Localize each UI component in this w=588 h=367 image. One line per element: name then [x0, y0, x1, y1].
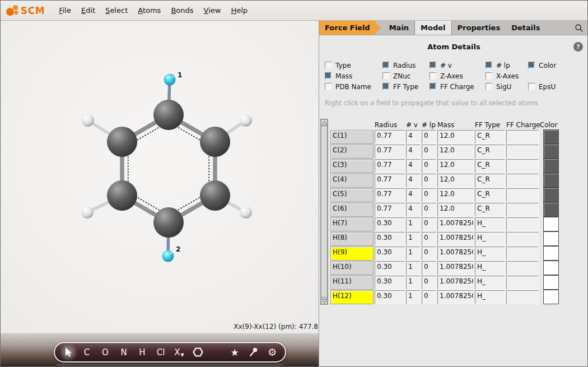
tab-force-field[interactable]: Force Field: [319, 21, 381, 35]
ff-charge-field[interactable]: [506, 145, 539, 159]
atom-name-cell[interactable]: H(7): [330, 217, 374, 231]
atom-H(9)[interactable]: [164, 74, 176, 86]
valence-field[interactable]: 1: [406, 217, 421, 231]
ff-type-field[interactable]: H_: [475, 261, 505, 275]
atom-name-cell[interactable]: H(9): [330, 247, 374, 261]
mass-field[interactable]: 1.00782503: [437, 261, 474, 275]
lone-pair-field[interactable]: 0: [422, 174, 436, 188]
element-cl-button[interactable]: Cl: [156, 344, 166, 361]
atom-name-cell[interactable]: H(8): [330, 232, 374, 246]
lone-pair-field[interactable]: 0: [422, 188, 436, 202]
ff-charge-field[interactable]: [506, 203, 539, 217]
radius-field[interactable]: 0.77: [375, 130, 405, 144]
atom-C(1)[interactable]: [153, 100, 184, 130]
checkbox-x-axes[interactable]: X-Axes: [486, 72, 528, 80]
element-o-button[interactable]: O: [100, 344, 110, 361]
checkbox-ff-type[interactable]: FF Type: [382, 83, 430, 91]
color-swatch[interactable]: [543, 246, 559, 261]
mass-field[interactable]: 12.0: [437, 159, 474, 173]
atom-C(4)[interactable]: [153, 207, 184, 238]
measure-tool-button[interactable]: [248, 344, 259, 361]
valence-field[interactable]: 4: [406, 145, 421, 159]
scroll-up-arrow[interactable]: [321, 119, 328, 127]
molecule-viewport[interactable]: 12 Xx(9)-Xx(12) (pm): 477.8: [1, 21, 319, 333]
ff-charge-field[interactable]: [506, 232, 539, 246]
radius-field[interactable]: 0.77: [375, 159, 405, 173]
radius-field[interactable]: 0.77: [375, 174, 405, 188]
atom-name-cell[interactable]: C(1): [330, 130, 374, 144]
atom-name-cell[interactable]: C(2): [330, 145, 374, 159]
search-button[interactable]: [570, 21, 588, 35]
radius-field[interactable]: 0.77: [375, 188, 405, 202]
help-button[interactable]: ?: [573, 42, 583, 52]
tab-details[interactable]: Details: [506, 21, 545, 35]
atom-H(11)[interactable]: [240, 206, 252, 219]
molecule-canvas[interactable]: 12: [1, 21, 319, 333]
pointer-tool-button[interactable]: [63, 344, 73, 361]
atom-H(7)[interactable]: [82, 114, 94, 127]
menu-item-file[interactable]: File: [54, 4, 76, 17]
valence-field[interactable]: 4: [406, 203, 421, 217]
ff-type-field[interactable]: H_: [475, 217, 505, 231]
checkbox-ff-charge[interactable]: FF Charge: [430, 83, 486, 91]
element-n-button[interactable]: N: [119, 344, 129, 361]
color-swatch[interactable]: [543, 188, 559, 202]
element-picker-button[interactable]: X▼: [174, 344, 184, 361]
ff-charge-field[interactable]: [506, 174, 539, 188]
atom-name-cell[interactable]: H(12): [330, 290, 374, 304]
color-swatch[interactable]: [543, 173, 559, 188]
ff-charge-field[interactable]: [506, 130, 539, 144]
mass-field[interactable]: 12.0: [437, 174, 474, 188]
color-swatch[interactable]: [543, 231, 559, 246]
color-swatch[interactable]: [543, 144, 559, 159]
element-c-button[interactable]: C: [82, 344, 92, 361]
ff-charge-field[interactable]: [506, 159, 539, 173]
ff-type-field[interactable]: C_R: [475, 159, 505, 173]
checkbox-mass[interactable]: Mass: [325, 72, 382, 80]
menu-item-atoms[interactable]: Atoms: [133, 4, 166, 17]
valence-field[interactable]: 4: [406, 130, 421, 144]
lone-pair-field[interactable]: 0: [422, 203, 436, 217]
valence-field[interactable]: 4: [406, 159, 421, 173]
mass-field[interactable]: 12.0: [437, 130, 474, 144]
color-swatch[interactable]: [543, 159, 559, 173]
valence-field[interactable]: 1: [406, 276, 421, 290]
ring-tool-button[interactable]: [193, 344, 203, 361]
mass-field[interactable]: 12.0: [437, 145, 474, 159]
color-swatch[interactable]: [543, 202, 559, 217]
color-swatch[interactable]: [543, 129, 559, 144]
checkbox-z-axes[interactable]: Z-Axes: [430, 72, 486, 80]
menu-item-help[interactable]: Help: [226, 4, 253, 17]
valence-field[interactable]: 1: [406, 261, 421, 275]
color-swatch[interactable]: [543, 217, 559, 231]
scroll-thumb[interactable]: [321, 127, 328, 297]
checkbox-color[interactable]: Color: [528, 62, 578, 69]
checkbox-sigu[interactable]: SigU: [486, 83, 528, 91]
ff-type-field[interactable]: C_R: [475, 203, 505, 217]
valence-field[interactable]: 1: [406, 290, 421, 304]
lone-pair-field[interactable]: 0: [422, 290, 436, 304]
tab-model[interactable]: Model: [414, 21, 451, 35]
radius-field[interactable]: 0.30: [375, 276, 405, 290]
ff-type-field[interactable]: C_R: [475, 130, 505, 144]
ff-type-field[interactable]: C_R: [475, 174, 505, 188]
lone-pair-field[interactable]: 0: [422, 261, 436, 275]
atom-C(2)[interactable]: [200, 127, 230, 157]
valence-field[interactable]: 4: [406, 174, 421, 188]
mass-field[interactable]: 12.0: [437, 188, 474, 202]
lone-pair-field[interactable]: 0: [422, 276, 436, 290]
lone-pair-field[interactable]: 0: [422, 159, 436, 173]
atom-name-cell[interactable]: C(6): [330, 203, 374, 217]
atom-name-cell[interactable]: H(11): [330, 276, 374, 290]
atom-H(8)[interactable]: [240, 114, 252, 127]
ff-charge-field[interactable]: [506, 217, 539, 231]
mass-field[interactable]: 1.00782503: [437, 247, 474, 261]
mass-field[interactable]: 1.00782503: [437, 232, 474, 246]
menu-item-bonds[interactable]: Bonds: [166, 4, 198, 17]
color-swatch[interactable]: [543, 261, 559, 275]
atom-C(3)[interactable]: [200, 180, 230, 211]
tab-main[interactable]: Main: [384, 21, 414, 35]
lone-pair-field[interactable]: 0: [422, 130, 436, 144]
checkbox-znuc[interactable]: ZNuc: [382, 72, 430, 80]
valence-field[interactable]: 1: [406, 232, 421, 246]
